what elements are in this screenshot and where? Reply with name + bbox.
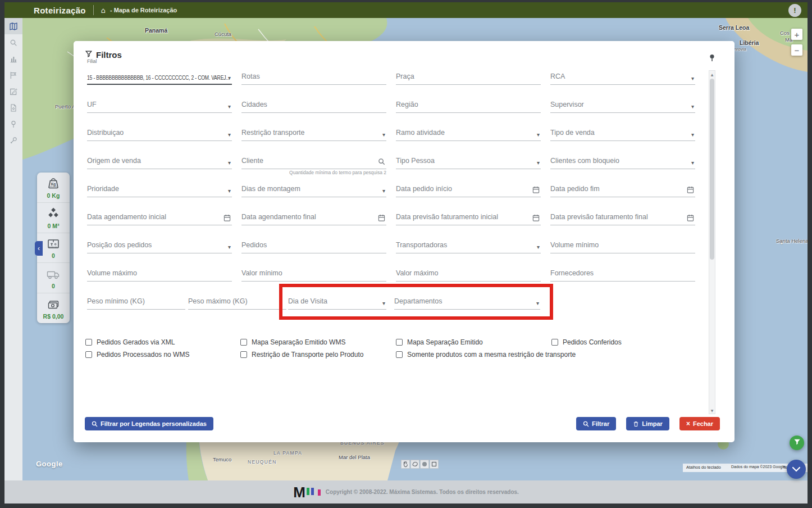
- field-cliente[interactable]: ClienteQuantidade mínima do termo para p…: [241, 141, 386, 169]
- field-pedidos[interactable]: Pedidos: [241, 225, 386, 253]
- calendar-icon[interactable]: [687, 186, 694, 193]
- checkbox-pedidos-processados-no-wms[interactable]: Pedidos Processados no WMS: [85, 351, 189, 359]
- field-cidades[interactable]: Cidades: [241, 85, 386, 113]
- dropdown-caret-icon[interactable]: ▾: [382, 188, 385, 194]
- field-data-agendamento-inicial[interactable]: Data agendamento inicial: [87, 197, 232, 225]
- field-clientes-com-bloqueio[interactable]: Clientes com bloqueio▾: [550, 141, 695, 169]
- checkbox-box[interactable]: [85, 339, 92, 346]
- field-origem-de-venda[interactable]: Origem de venda▾: [87, 141, 232, 169]
- dropdown-caret-icon[interactable]: ▾: [228, 103, 231, 110]
- field-valor-m-ximo[interactable]: Valor máximo: [396, 253, 541, 282]
- collapse-panel-button[interactable]: ‹: [35, 241, 43, 256]
- checkbox-box[interactable]: [396, 351, 403, 358]
- dropdown-caret-icon[interactable]: ▾: [228, 131, 231, 138]
- home-icon[interactable]: ⌂: [101, 6, 106, 15]
- checkbox-mapa-separa-o-emitido-wms[interactable]: Mapa Separação Emitido WMS: [240, 338, 345, 346]
- filter-by-legends-button[interactable]: Filtrar por Legendas personalizadas: [85, 417, 213, 430]
- field-data-previs-o-faturamento-inicial[interactable]: Data previsão faturamento inicial: [396, 197, 541, 225]
- dropdown-caret-icon[interactable]: ▾: [228, 75, 231, 81]
- search-field-icon[interactable]: [378, 158, 385, 165]
- dropdown-caret-icon[interactable]: ▾: [537, 244, 540, 250]
- calendar-icon[interactable]: [687, 214, 694, 221]
- field-valor-m-nimo[interactable]: Valor mínimo: [241, 253, 386, 282]
- field-rca[interactable]: RCA▾: [550, 57, 695, 85]
- field-tipo-de-venda[interactable]: Tipo de venda▾: [550, 113, 695, 141]
- scrollbar-up-icon[interactable]: ▲: [709, 71, 715, 78]
- checkbox-box[interactable]: [396, 339, 403, 346]
- field-data-pedido-fim[interactable]: Data pedido fim: [550, 169, 695, 197]
- field-dias-de-montagem[interactable]: Dias de montagem▾: [241, 169, 386, 197]
- modal-scrollbar[interactable]: ▲ ▼: [709, 70, 715, 414]
- google-logo[interactable]: Google: [36, 460, 63, 468]
- field-peso-m-nimo-kg[interactable]: Peso mínimo (KG): [87, 282, 185, 310]
- zoom-in-button[interactable]: +: [791, 29, 802, 40]
- field-data-pedido-in-cio[interactable]: Data pedido início: [396, 169, 541, 197]
- field-ramo-atividade[interactable]: Ramo atividade▾: [396, 113, 541, 141]
- field-uf[interactable]: UF▾: [87, 85, 232, 113]
- field-tipo-pessoa[interactable]: Tipo Pessoa▾: [396, 141, 541, 169]
- sidebar-item-edit[interactable]: [4, 83, 22, 99]
- filter-button[interactable]: Filtrar: [576, 417, 616, 430]
- calendar-icon[interactable]: [378, 214, 385, 221]
- field-distribui-ao[interactable]: Distribuiçao▾: [87, 113, 232, 141]
- checkbox-pedidos-gerados-via-xml[interactable]: Pedidos Gerados via XML: [85, 338, 175, 346]
- checkbox-box[interactable]: [551, 339, 558, 346]
- checkbox-box[interactable]: [240, 339, 247, 346]
- checkbox-restri-o-de-transporte-pelo-produto[interactable]: Restrição de Transporte pelo Produto: [240, 351, 363, 359]
- dropdown-caret-icon[interactable]: ▾: [382, 131, 385, 138]
- field-rotas[interactable]: Rotas: [241, 57, 386, 85]
- field-pra-a[interactable]: Praça: [396, 57, 541, 85]
- dropdown-caret-icon[interactable]: ▾: [228, 244, 231, 250]
- dropdown-caret-icon[interactable]: ▾: [691, 131, 694, 138]
- scrollbar-down-icon[interactable]: ▼: [709, 407, 715, 414]
- field-dia-de-visita[interactable]: Dia de Visita▾: [288, 282, 386, 310]
- sidebar-item-points[interactable]: [4, 116, 22, 132]
- map-tool-hand-tool[interactable]: [401, 460, 410, 469]
- close-button[interactable]: × Fechar: [679, 417, 720, 430]
- field-restri-o-transporte[interactable]: Restrição transporte▾: [241, 113, 386, 141]
- dropdown-caret-icon[interactable]: ▾: [536, 300, 539, 306]
- sidebar-item-tools[interactable]: [4, 132, 22, 148]
- map-tool-circle-tool[interactable]: [420, 460, 429, 469]
- dropdown-caret-icon[interactable]: ▾: [537, 131, 540, 138]
- legend-fab-button[interactable]: [790, 436, 804, 450]
- checkbox-mapa-separa-o-emitido[interactable]: Mapa Separação Emitido: [396, 338, 483, 346]
- field-regi-o[interactable]: Região: [396, 85, 541, 113]
- calendar-icon[interactable]: [532, 186, 540, 193]
- clear-button[interactable]: Limpar: [626, 417, 669, 430]
- dropdown-caret-icon[interactable]: ▾: [228, 188, 231, 194]
- sidebar-item-indicators[interactable]: [4, 51, 22, 67]
- scroll-down-fab-button[interactable]: [787, 460, 806, 479]
- map-tool-square-tool[interactable]: [430, 460, 439, 469]
- calendar-icon[interactable]: [223, 214, 231, 221]
- dropdown-caret-icon[interactable]: ▾: [537, 160, 540, 166]
- dropdown-caret-icon[interactable]: ▾: [228, 160, 231, 166]
- field-supervisor[interactable]: Supervisor▾: [550, 85, 695, 113]
- field-filial[interactable]: Filial15 - BBBBBBBBBBBBBBB, 16 - CCCCCCC…: [87, 57, 232, 85]
- field-prioridade[interactable]: Prioridade▾: [87, 169, 232, 197]
- dropdown-caret-icon[interactable]: ▾: [691, 160, 694, 166]
- scrollbar-thumb[interactable]: [710, 79, 714, 260]
- alert-button[interactable]: !: [788, 4, 801, 17]
- calendar-icon[interactable]: [532, 214, 540, 221]
- dropdown-caret-icon[interactable]: ▾: [382, 300, 385, 306]
- checkbox-somente-produtos-com-a-mesma-restri-o-de-transporte[interactable]: Somente produtos com a mesma restrição d…: [396, 351, 576, 359]
- attribution-atalhos-do-teclado[interactable]: Atalhos do teclado: [686, 465, 721, 470]
- field-fornecedores[interactable]: Fornecedores: [550, 253, 695, 282]
- checkbox-box[interactable]: [240, 351, 247, 358]
- dropdown-caret-icon[interactable]: ▾: [691, 75, 694, 81]
- field-data-previs-o-faturamento-final[interactable]: Data previsão faturamento final: [550, 197, 695, 225]
- field-volume-m-nimo[interactable]: Volume mínimo: [550, 225, 695, 253]
- field-transportadoras[interactable]: Transportadoras▾: [396, 225, 541, 253]
- zoom-out-button[interactable]: −: [791, 44, 802, 56]
- dropdown-caret-icon[interactable]: ▾: [691, 103, 694, 110]
- field-departamentos[interactable]: Departamentos▾: [394, 282, 540, 310]
- checkbox-pedidos-conferidos[interactable]: Pedidos Conferidos: [551, 338, 622, 346]
- sidebar-item-reports[interactable]: [4, 99, 22, 116]
- sidebar-item-search[interactable]: [4, 34, 22, 51]
- field-posi-o-dos-pedidos[interactable]: Posição dos pedidos▾: [87, 225, 232, 253]
- field-peso-m-ximo-kg[interactable]: Peso máximo (KG): [188, 282, 286, 310]
- checkbox-box[interactable]: [85, 351, 92, 358]
- corner-pin-icon[interactable]: [708, 53, 716, 62]
- field-volume-m-ximo[interactable]: Volume máximo: [87, 253, 232, 282]
